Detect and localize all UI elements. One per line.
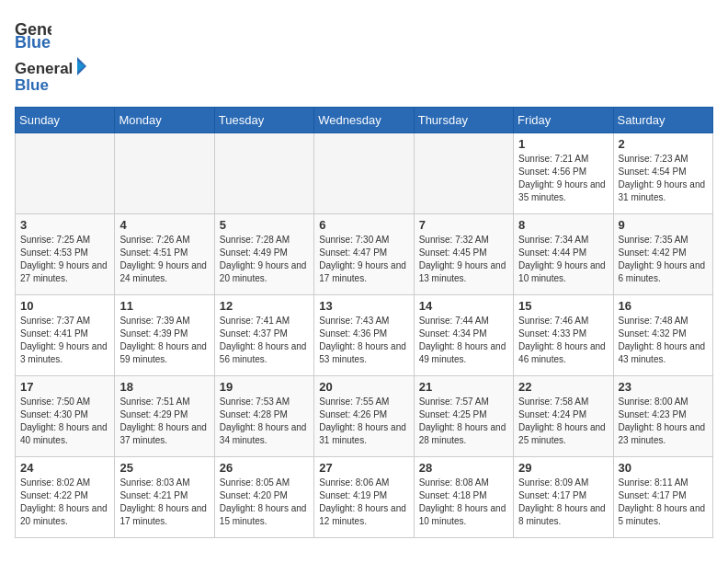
logo-icon: General Blue	[15, 15, 51, 55]
weekday-header-monday: Monday	[115, 108, 214, 133]
calendar-cell-23: 23Sunrise: 8:00 AMSunset: 4:23 PMDayligh…	[613, 376, 712, 457]
calendar-cell-22: 22Sunrise: 7:58 AMSunset: 4:24 PMDayligh…	[514, 376, 613, 457]
day-number: 25	[119, 461, 209, 475]
day-info: Sunrise: 8:05 AMSunset: 4:20 PMDaylight:…	[220, 477, 309, 528]
weekday-header-friday: Friday	[514, 108, 613, 133]
day-number: 21	[419, 380, 508, 394]
calendar-cell-30: 30Sunrise: 8:11 AMSunset: 4:17 PMDayligh…	[613, 457, 712, 538]
day-info: Sunrise: 8:00 AMSunset: 4:23 PMDaylight:…	[619, 396, 708, 447]
day-number: 12	[220, 299, 309, 313]
day-number: 22	[518, 380, 608, 394]
day-info: Sunrise: 8:08 AMSunset: 4:18 PMDaylight:…	[419, 477, 508, 528]
calendar-cell-2: 2Sunrise: 7:23 AMSunset: 4:54 PMDaylight…	[613, 133, 712, 214]
day-info: Sunrise: 7:44 AMSunset: 4:34 PMDaylight:…	[419, 315, 508, 366]
day-number: 10	[20, 299, 109, 313]
calendar-cell-29: 29Sunrise: 8:09 AMSunset: 4:17 PMDayligh…	[514, 457, 613, 538]
calendar-cell-21: 21Sunrise: 7:57 AMSunset: 4:25 PMDayligh…	[414, 376, 513, 457]
day-number: 2	[619, 137, 708, 151]
calendar-week-0: 1Sunrise: 7:21 AMSunset: 4:56 PMDaylight…	[16, 133, 713, 214]
calendar-cell-14: 14Sunrise: 7:44 AMSunset: 4:34 PMDayligh…	[414, 295, 513, 376]
day-info: Sunrise: 7:30 AMSunset: 4:47 PMDaylight:…	[319, 234, 408, 285]
calendar-cell-27: 27Sunrise: 8:06 AMSunset: 4:19 PMDayligh…	[314, 457, 414, 538]
day-number: 6	[319, 218, 408, 232]
day-number: 9	[619, 218, 708, 232]
day-info: Sunrise: 7:43 AMSunset: 4:36 PMDaylight:…	[319, 315, 408, 366]
calendar-cell-19: 19Sunrise: 7:53 AMSunset: 4:28 PMDayligh…	[214, 376, 313, 457]
calendar-week-2: 10Sunrise: 7:37 AMSunset: 4:41 PMDayligh…	[16, 295, 713, 376]
day-number: 26	[220, 461, 309, 475]
calendar-cell-9: 9Sunrise: 7:35 AMSunset: 4:42 PMDaylight…	[613, 214, 712, 295]
calendar-cell-16: 16Sunrise: 7:48 AMSunset: 4:32 PMDayligh…	[613, 295, 712, 376]
day-info: Sunrise: 7:53 AMSunset: 4:28 PMDaylight:…	[220, 396, 309, 447]
calendar-table: SundayMondayTuesdayWednesdayThursdayFrid…	[15, 107, 713, 538]
day-number: 11	[119, 299, 209, 313]
calendar-cell-empty	[414, 133, 513, 214]
calendar-cell-3: 3Sunrise: 7:25 AMSunset: 4:53 PMDaylight…	[16, 214, 115, 295]
day-number: 29	[518, 461, 608, 475]
day-info: Sunrise: 7:21 AMSunset: 4:56 PMDaylight:…	[518, 153, 608, 204]
calendar-cell-12: 12Sunrise: 7:41 AMSunset: 4:37 PMDayligh…	[214, 295, 313, 376]
day-number: 27	[319, 461, 408, 475]
day-info: Sunrise: 7:57 AMSunset: 4:25 PMDaylight:…	[419, 396, 508, 447]
day-info: Sunrise: 7:46 AMSunset: 4:33 PMDaylight:…	[518, 315, 608, 366]
day-number: 17	[20, 380, 109, 394]
calendar-cell-4: 4Sunrise: 7:26 AMSunset: 4:51 PMDaylight…	[115, 214, 214, 295]
calendar-cell-1: 1Sunrise: 7:21 AMSunset: 4:56 PMDaylight…	[514, 133, 613, 214]
day-number: 1	[518, 137, 608, 151]
day-number: 16	[619, 299, 708, 313]
day-info: Sunrise: 8:03 AMSunset: 4:21 PMDaylight:…	[119, 477, 209, 528]
day-info: Sunrise: 7:28 AMSunset: 4:49 PMDaylight:…	[220, 234, 309, 285]
calendar-week-3: 17Sunrise: 7:50 AMSunset: 4:30 PMDayligh…	[16, 376, 713, 457]
calendar-cell-24: 24Sunrise: 8:02 AMSunset: 4:22 PMDayligh…	[16, 457, 115, 538]
day-info: Sunrise: 7:35 AMSunset: 4:42 PMDaylight:…	[619, 234, 708, 285]
day-info: Sunrise: 7:51 AMSunset: 4:29 PMDaylight:…	[119, 396, 209, 447]
day-number: 23	[619, 380, 708, 394]
logo: General Blue General Blue	[15, 15, 88, 96]
svg-text:Blue: Blue	[15, 33, 51, 52]
weekday-header-wednesday: Wednesday	[314, 108, 414, 133]
day-info: Sunrise: 7:48 AMSunset: 4:32 PMDaylight:…	[619, 315, 708, 366]
weekday-header-sunday: Sunday	[16, 108, 115, 133]
calendar-cell-28: 28Sunrise: 8:08 AMSunset: 4:18 PMDayligh…	[414, 457, 513, 538]
calendar-cell-18: 18Sunrise: 7:51 AMSunset: 4:29 PMDayligh…	[115, 376, 214, 457]
svg-text:Blue: Blue	[15, 76, 49, 94]
day-number: 20	[319, 380, 408, 394]
calendar-week-1: 3Sunrise: 7:25 AMSunset: 4:53 PMDaylight…	[16, 214, 713, 295]
page-header: General Blue General Blue	[15, 15, 713, 96]
day-info: Sunrise: 7:34 AMSunset: 4:44 PMDaylight:…	[518, 234, 608, 285]
day-number: 14	[419, 299, 508, 313]
day-number: 13	[319, 299, 408, 313]
weekday-header-saturday: Saturday	[613, 108, 712, 133]
calendar-cell-15: 15Sunrise: 7:46 AMSunset: 4:33 PMDayligh…	[514, 295, 613, 376]
calendar-header-row: SundayMondayTuesdayWednesdayThursdayFrid…	[16, 108, 713, 133]
calendar-cell-7: 7Sunrise: 7:32 AMSunset: 4:45 PMDaylight…	[414, 214, 513, 295]
day-info: Sunrise: 7:55 AMSunset: 4:26 PMDaylight:…	[319, 396, 408, 447]
calendar-cell-empty	[314, 133, 414, 214]
calendar-cell-empty	[214, 133, 313, 214]
calendar-cell-13: 13Sunrise: 7:43 AMSunset: 4:36 PMDayligh…	[314, 295, 414, 376]
calendar-cell-8: 8Sunrise: 7:34 AMSunset: 4:44 PMDaylight…	[514, 214, 613, 295]
day-number: 19	[220, 380, 309, 394]
day-info: Sunrise: 7:58 AMSunset: 4:24 PMDaylight:…	[518, 396, 608, 447]
logo-svg: General Blue	[15, 55, 88, 96]
day-info: Sunrise: 8:11 AMSunset: 4:17 PMDaylight:…	[619, 477, 708, 528]
day-number: 24	[20, 461, 109, 475]
day-info: Sunrise: 7:25 AMSunset: 4:53 PMDaylight:…	[20, 234, 109, 285]
day-number: 28	[419, 461, 508, 475]
calendar-cell-11: 11Sunrise: 7:39 AMSunset: 4:39 PMDayligh…	[115, 295, 214, 376]
day-info: Sunrise: 7:50 AMSunset: 4:30 PMDaylight:…	[20, 396, 109, 447]
day-number: 8	[518, 218, 608, 232]
calendar-week-4: 24Sunrise: 8:02 AMSunset: 4:22 PMDayligh…	[16, 457, 713, 538]
day-number: 7	[419, 218, 508, 232]
calendar-cell-20: 20Sunrise: 7:55 AMSunset: 4:26 PMDayligh…	[314, 376, 414, 457]
day-info: Sunrise: 7:41 AMSunset: 4:37 PMDaylight:…	[220, 315, 309, 366]
day-info: Sunrise: 8:09 AMSunset: 4:17 PMDaylight:…	[518, 477, 608, 528]
calendar-cell-empty	[115, 133, 214, 214]
calendar-cell-empty	[16, 133, 115, 214]
day-number: 30	[619, 461, 708, 475]
day-info: Sunrise: 8:02 AMSunset: 4:22 PMDaylight:…	[20, 477, 109, 528]
calendar-cell-5: 5Sunrise: 7:28 AMSunset: 4:49 PMDaylight…	[214, 214, 313, 295]
weekday-header-thursday: Thursday	[414, 108, 513, 133]
day-info: Sunrise: 7:39 AMSunset: 4:39 PMDaylight:…	[119, 315, 209, 366]
weekday-header-tuesday: Tuesday	[214, 108, 313, 133]
